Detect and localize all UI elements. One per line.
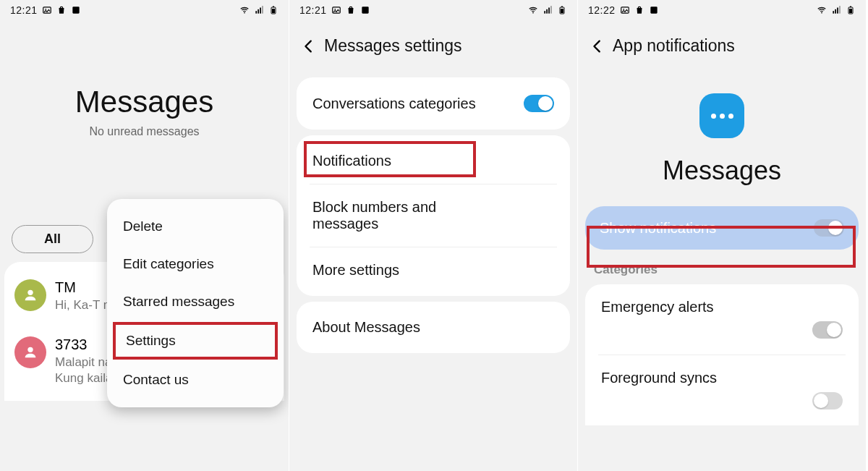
status-bar: 12:22 (578, 0, 866, 16)
status-bar: 12:21 (289, 0, 577, 16)
panel-messages-settings: 12:21 Messages settings Conversations ca… (289, 0, 577, 471)
svg-rect-4 (255, 11, 257, 14)
svg-rect-15 (362, 7, 368, 13)
status-time: 12:21 (10, 4, 38, 16)
wifi-icon (239, 5, 250, 15)
svg-rect-23 (561, 9, 563, 13)
image-icon (620, 5, 630, 15)
status-time: 12:21 (299, 4, 327, 16)
clock-icon (71, 5, 81, 15)
setting-conversation-categories[interactable]: Conversations categories (297, 80, 570, 127)
image-icon (42, 5, 52, 15)
svg-rect-19 (548, 8, 550, 14)
svg-rect-30 (837, 8, 838, 14)
svg-rect-20 (550, 6, 552, 14)
tab-all[interactable]: All (12, 225, 93, 253)
clock-icon (360, 5, 370, 15)
menu-edit-categories[interactable]: Edit categories (107, 245, 284, 283)
app-name: Messages (578, 156, 866, 186)
signal-icon (831, 5, 841, 15)
back-icon[interactable] (590, 38, 605, 54)
svg-rect-5 (258, 9, 259, 14)
category-emergency-alerts[interactable]: Emergency alerts (585, 284, 859, 355)
svg-rect-17 (544, 11, 545, 14)
menu-delete[interactable]: Delete (107, 208, 284, 245)
wifi-icon (817, 5, 827, 15)
page-title: Messages (0, 85, 289, 119)
overflow-menu: Delete Edit categories Starred messages … (107, 199, 284, 407)
panel-app-notifications: 12:22 App notifications Messages (577, 0, 866, 471)
setting-label: About Messages (312, 319, 420, 335)
svg-rect-10 (272, 9, 275, 13)
svg-point-27 (821, 12, 822, 14)
svg-point-16 (532, 12, 534, 14)
svg-rect-31 (839, 6, 841, 14)
toggle-on[interactable] (524, 95, 554, 112)
svg-point-3 (244, 12, 245, 14)
svg-rect-7 (262, 6, 263, 14)
bag-icon (346, 5, 356, 15)
screen-title: App notifications (613, 36, 735, 56)
image-icon (331, 5, 341, 15)
svg-point-1 (45, 9, 46, 10)
setting-about[interactable]: About Messages (297, 305, 570, 350)
screen-title: Messages settings (324, 36, 461, 56)
setting-block-numbers[interactable]: Block numbers and messages (297, 184, 570, 247)
category-foreground-syncs[interactable]: Foreground syncs (585, 355, 859, 425)
status-bar: 12:21 (0, 0, 289, 16)
panel-messages-list: 12:21 Messages No unread messages All (0, 0, 289, 471)
bag-icon (56, 5, 67, 15)
bag-icon (634, 5, 644, 15)
setting-label: More settings (312, 262, 399, 278)
svg-rect-6 (260, 8, 261, 14)
menu-settings[interactable]: Settings (113, 322, 278, 360)
clock-icon (649, 5, 659, 15)
svg-point-11 (27, 290, 33, 295)
avatar (14, 336, 46, 368)
svg-rect-9 (273, 7, 274, 8)
svg-rect-22 (561, 7, 563, 8)
setting-more[interactable]: More settings (297, 247, 570, 293)
battery-icon (846, 5, 856, 15)
status-time: 12:22 (588, 4, 616, 16)
category-label: Emergency alerts (601, 299, 843, 315)
setting-label: Block numbers and messages (312, 199, 501, 232)
highlight-notifications (304, 141, 476, 177)
toggle-emergency[interactable] (812, 321, 843, 339)
page-subtitle: No unread messages (0, 125, 289, 138)
battery-icon (268, 5, 278, 15)
highlight-show-notifications (587, 226, 856, 268)
menu-starred[interactable]: Starred messages (107, 283, 284, 321)
svg-point-12 (27, 347, 33, 352)
signal-icon (542, 5, 553, 15)
setting-label: Conversations categories (312, 96, 476, 112)
wifi-icon (528, 5, 538, 15)
category-label: Foreground syncs (601, 370, 843, 386)
svg-rect-18 (546, 9, 548, 14)
svg-point-25 (623, 9, 624, 10)
menu-contact-us[interactable]: Contact us (107, 361, 284, 399)
back-icon[interactable] (301, 38, 317, 54)
svg-rect-2 (72, 7, 79, 13)
svg-rect-34 (849, 9, 852, 13)
svg-rect-28 (833, 11, 834, 14)
avatar (14, 279, 46, 311)
toggle-foreground[interactable] (812, 392, 843, 410)
messages-app-icon (699, 93, 744, 138)
svg-rect-29 (835, 9, 836, 14)
svg-rect-26 (650, 7, 657, 13)
svg-rect-33 (850, 7, 851, 8)
battery-icon (557, 5, 567, 15)
signal-icon (254, 5, 264, 15)
svg-point-14 (334, 9, 336, 10)
